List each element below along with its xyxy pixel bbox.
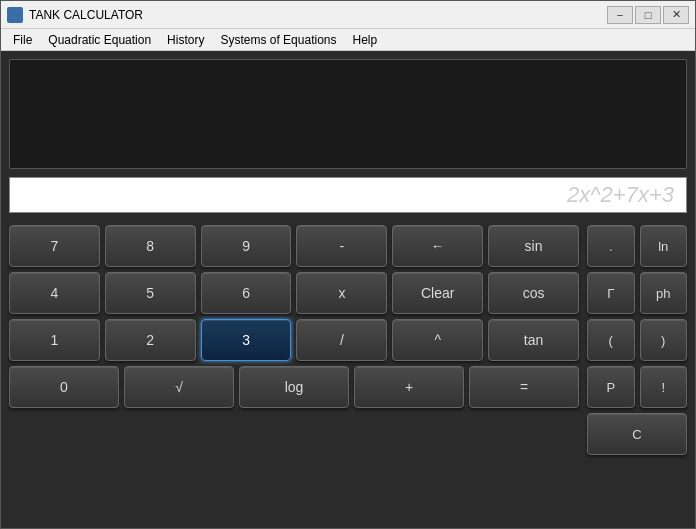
key-plus[interactable]: + bbox=[354, 366, 464, 408]
key-sin[interactable]: sin bbox=[488, 225, 579, 267]
side-row-3: P! bbox=[587, 366, 687, 408]
side-key-gamma[interactable]: Γ bbox=[587, 272, 635, 314]
main-keypad: 789-←sin456xClearcos123/^tan0√log+= bbox=[9, 225, 579, 520]
key-minus[interactable]: - bbox=[296, 225, 387, 267]
key-log[interactable]: log bbox=[239, 366, 349, 408]
side-row-0: .ln bbox=[587, 225, 687, 267]
key-9[interactable]: 9 bbox=[201, 225, 292, 267]
key-row-3: 0√log+= bbox=[9, 366, 579, 408]
side-row-4: C bbox=[587, 413, 687, 455]
key-8[interactable]: 8 bbox=[105, 225, 196, 267]
side-key-ph[interactable]: ph bbox=[640, 272, 688, 314]
key-0[interactable]: 0 bbox=[9, 366, 119, 408]
key-5[interactable]: 5 bbox=[105, 272, 196, 314]
menu-item-history[interactable]: History bbox=[159, 31, 212, 49]
side-row-2: () bbox=[587, 319, 687, 361]
key-4[interactable]: 4 bbox=[9, 272, 100, 314]
key-backspace[interactable]: ← bbox=[392, 225, 483, 267]
key-3[interactable]: 3 bbox=[201, 319, 292, 361]
key-equals[interactable]: = bbox=[469, 366, 579, 408]
side-key-dot[interactable]: . bbox=[587, 225, 635, 267]
key-clear[interactable]: Clear bbox=[392, 272, 483, 314]
expression-display: 2x^2+7x+3 bbox=[9, 177, 687, 213]
key-row-0: 789-←sin bbox=[9, 225, 579, 267]
side-row-1: Γph bbox=[587, 272, 687, 314]
key-row-2: 123/^tan bbox=[9, 319, 579, 361]
menu-item-quadratic-equation[interactable]: Quadratic Equation bbox=[40, 31, 159, 49]
main-window: TANK CALCULATOR − □ ✕ FileQuadratic Equa… bbox=[0, 0, 696, 529]
key-sqrt[interactable]: √ bbox=[124, 366, 234, 408]
title-bar: TANK CALCULATOR − □ ✕ bbox=[1, 1, 695, 29]
menu-item-file[interactable]: File bbox=[5, 31, 40, 49]
key-row-1: 456xClearcos bbox=[9, 272, 579, 314]
window-title: TANK CALCULATOR bbox=[29, 8, 607, 22]
app-icon bbox=[7, 7, 23, 23]
maximize-button[interactable]: □ bbox=[635, 6, 661, 24]
key-divide[interactable]: / bbox=[296, 319, 387, 361]
side-keypad: .lnΓph()P!C bbox=[587, 225, 687, 520]
menu-item-help[interactable]: Help bbox=[344, 31, 385, 49]
side-key-factorial[interactable]: ! bbox=[640, 366, 688, 408]
key-x[interactable]: x bbox=[296, 272, 387, 314]
menu-bar: FileQuadratic EquationHistorySystems of … bbox=[1, 29, 695, 51]
side-key-close-paren[interactable]: ) bbox=[640, 319, 688, 361]
side-key-c[interactable]: C bbox=[587, 413, 687, 455]
key-power[interactable]: ^ bbox=[392, 319, 483, 361]
menu-item-systems-of-equations[interactable]: Systems of Equations bbox=[212, 31, 344, 49]
side-key-p[interactable]: P bbox=[587, 366, 635, 408]
minimize-button[interactable]: − bbox=[607, 6, 633, 24]
key-tan[interactable]: tan bbox=[488, 319, 579, 361]
key-2[interactable]: 2 bbox=[105, 319, 196, 361]
key-7[interactable]: 7 bbox=[9, 225, 100, 267]
close-button[interactable]: ✕ bbox=[663, 6, 689, 24]
key-cos[interactable]: cos bbox=[488, 272, 579, 314]
side-key-ln[interactable]: ln bbox=[640, 225, 688, 267]
window-controls: − □ ✕ bbox=[607, 6, 689, 24]
calc-area: 789-←sin456xClearcos123/^tan0√log+= .lnΓ… bbox=[1, 219, 695, 528]
side-key-open-paren[interactable]: ( bbox=[587, 319, 635, 361]
key-1[interactable]: 1 bbox=[9, 319, 100, 361]
expression-text: 2x^2+7x+3 bbox=[567, 182, 674, 208]
key-6[interactable]: 6 bbox=[201, 272, 292, 314]
graph-display bbox=[9, 59, 687, 169]
